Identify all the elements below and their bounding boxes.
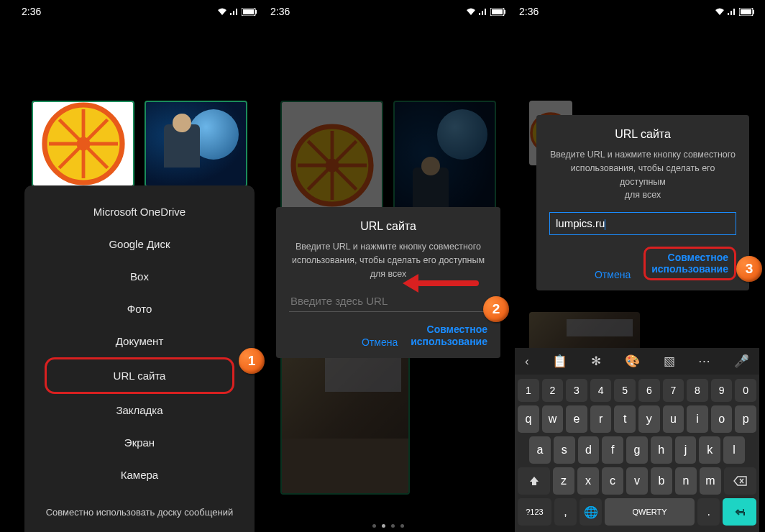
- key-9[interactable]: 9: [711, 379, 733, 402]
- keyboard-toolbar: ‹ 📋 ✻ 🎨 ▧ ⋯ 🎤: [515, 348, 759, 375]
- key-u[interactable]: u: [663, 405, 684, 433]
- url-dialog: URL сайта Введите URL и нажмите кнопку с…: [536, 115, 749, 290]
- key-i[interactable]: i: [687, 405, 708, 433]
- url-input[interactable]: lumpics.ru: [549, 212, 736, 235]
- battery-icon: [242, 8, 257, 16]
- sheet-item-box[interactable]: Box: [24, 260, 255, 293]
- key-backspace[interactable]: [724, 467, 756, 495]
- key-o[interactable]: o: [711, 405, 733, 433]
- key-shift[interactable]: [518, 467, 550, 495]
- battery-icon: [490, 8, 506, 16]
- key-c[interactable]: c: [602, 467, 623, 495]
- settings-icon[interactable]: ✻: [591, 354, 601, 369]
- key-3[interactable]: 3: [566, 379, 587, 402]
- key-e[interactable]: e: [566, 405, 587, 433]
- sheet-item-document[interactable]: Документ: [24, 325, 255, 357]
- clock: 2:36: [519, 6, 539, 17]
- clipboard-icon[interactable]: 📋: [552, 354, 567, 369]
- sheet-item-screen[interactable]: Экран: [24, 426, 255, 459]
- svg-rect-1: [243, 9, 254, 14]
- image-icon[interactable]: ▧: [664, 354, 675, 369]
- status-bar: 2:36: [266, 0, 510, 19]
- signal-icon: [229, 8, 239, 16]
- key-d[interactable]: d: [578, 436, 600, 464]
- key-y[interactable]: y: [638, 405, 660, 433]
- keyboard-area: ‹ 📋 ✻ 🎨 ▧ ⋯ 🎤 1 2 3 4 5 6 7 8 9: [515, 348, 759, 532]
- key-6[interactable]: 6: [638, 379, 660, 402]
- key-b[interactable]: b: [651, 467, 672, 495]
- key-symbols[interactable]: ?123: [518, 498, 551, 526]
- cancel-button[interactable]: Отмена: [595, 269, 631, 280]
- key-8[interactable]: 8: [687, 379, 708, 402]
- thumbnail-row: [32, 101, 247, 187]
- callout-arrow: [417, 280, 479, 286]
- key-q[interactable]: q: [518, 405, 539, 433]
- mic-icon[interactable]: 🎤: [734, 354, 749, 369]
- key-r[interactable]: r: [590, 405, 612, 433]
- key-n[interactable]: n: [675, 467, 697, 495]
- key-j[interactable]: j: [675, 436, 697, 464]
- status-icons: [466, 8, 506, 16]
- svg-point-19: [325, 158, 339, 172]
- share-button[interactable]: Совместноеиспользование: [411, 324, 487, 348]
- wifi-icon: [217, 8, 227, 16]
- palette-icon[interactable]: 🎨: [625, 354, 640, 369]
- chevron-left-icon[interactable]: ‹: [525, 354, 529, 369]
- step-badge-3: 3: [736, 256, 762, 282]
- keyboard: 1 2 3 4 5 6 7 8 9 0 q w e r t y: [515, 375, 759, 532]
- kb-row-3: z x c v b n m: [518, 467, 756, 495]
- signal-icon: [478, 8, 488, 16]
- key-l[interactable]: l: [723, 436, 745, 464]
- clock: 2:36: [270, 6, 290, 17]
- signal-icon: [727, 8, 737, 16]
- share-button[interactable]: Совместноеиспользование: [643, 247, 736, 281]
- status-icons: [715, 8, 755, 16]
- sheet-item-onedrive[interactable]: Microsoft OneDrive: [24, 196, 255, 228]
- key-p[interactable]: p: [735, 405, 756, 433]
- phone-panel-3: 2:36 URL сайта Введите URL и нажмите кно…: [515, 0, 759, 532]
- more-icon[interactable]: ⋯: [698, 354, 710, 369]
- lemon-icon: [289, 122, 375, 208]
- key-t[interactable]: t: [614, 405, 636, 433]
- key-v[interactable]: v: [626, 467, 648, 495]
- key-2[interactable]: 2: [542, 379, 564, 402]
- sheet-item-url[interactable]: URL сайта: [45, 357, 234, 394]
- battery-icon: [739, 8, 755, 16]
- key-x[interactable]: x: [577, 467, 599, 495]
- key-1[interactable]: 1: [518, 379, 539, 402]
- key-5[interactable]: 5: [614, 379, 636, 402]
- key-m[interactable]: m: [700, 467, 721, 495]
- svg-rect-12: [504, 10, 505, 14]
- key-z[interactable]: z: [553, 467, 574, 495]
- sheet-item-bookmark[interactable]: Закладка: [24, 394, 255, 426]
- thumbnail-room[interactable]: Lumpics Test 4: [280, 336, 410, 495]
- svg-point-9: [76, 137, 90, 150]
- sheet-item-gdrive[interactable]: Google Диск: [24, 228, 255, 260]
- dialog-body: Введите URL и нажмите кнопку совместного…: [549, 148, 736, 202]
- key-0[interactable]: 0: [735, 379, 756, 402]
- key-h[interactable]: h: [651, 436, 672, 464]
- cancel-button[interactable]: Отмена: [362, 336, 398, 348]
- thumbnail-space[interactable]: [145, 101, 247, 187]
- url-input[interactable]: [289, 290, 487, 312]
- wifi-icon: [715, 8, 725, 16]
- dialog-body: Введите URL и нажмите кнопку совместного…: [289, 240, 487, 280]
- key-comma[interactable]: ,: [554, 498, 577, 526]
- key-w[interactable]: w: [542, 405, 564, 433]
- key-enter[interactable]: [723, 498, 756, 526]
- sheet-item-photo[interactable]: Фото: [24, 293, 255, 325]
- key-4[interactable]: 4: [590, 379, 612, 402]
- sheet-item-camera[interactable]: Камера: [24, 459, 255, 491]
- key-s[interactable]: s: [554, 436, 575, 464]
- key-globe[interactable]: 🌐: [580, 498, 602, 526]
- key-7[interactable]: 7: [663, 379, 684, 402]
- key-a[interactable]: a: [529, 436, 551, 464]
- kb-row-digits: 1 2 3 4 5 6 7 8 9 0: [518, 379, 756, 402]
- sheet-footer: Совместно использовать доску сообщений: [24, 497, 255, 528]
- key-f[interactable]: f: [602, 436, 623, 464]
- thumbnail-lemon[interactable]: [32, 101, 134, 187]
- key-period[interactable]: .: [697, 498, 720, 526]
- key-space[interactable]: QWERTY: [605, 498, 695, 526]
- key-g[interactable]: g: [626, 436, 648, 464]
- key-k[interactable]: k: [699, 436, 720, 464]
